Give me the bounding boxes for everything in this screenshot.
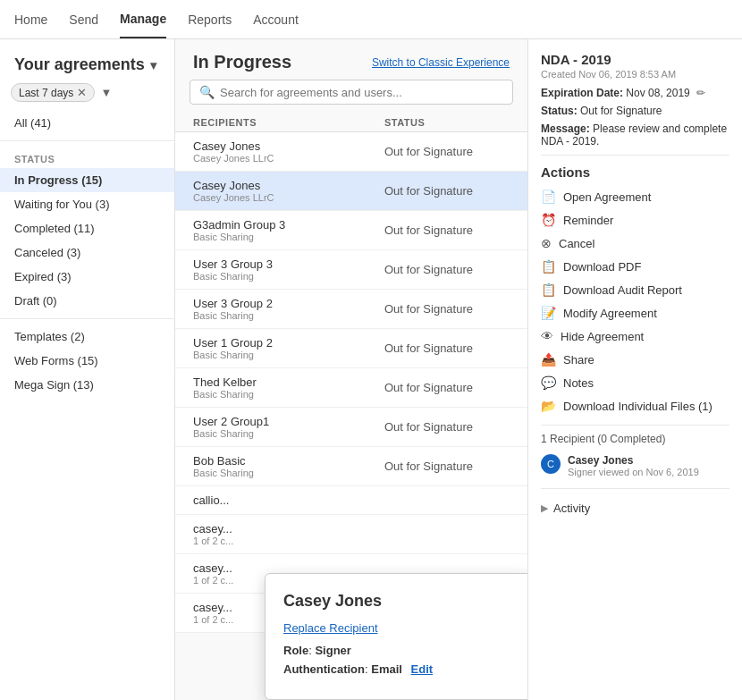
role-label: Role: [283, 644, 308, 657]
action-open-agreement[interactable]: 📄 Open Agreement: [541, 185, 729, 208]
status-text: Out for Signature: [384, 145, 510, 158]
action-reminder[interactable]: ⏰ Reminder: [541, 208, 729, 232]
table-row[interactable]: callio...: [175, 486, 527, 515]
table-row[interactable]: User 1 Group 2 Basic Sharing Out for Sig…: [175, 329, 527, 368]
files-icon: 📂: [541, 399, 556, 413]
status-field: Status: Out for Signature: [541, 105, 729, 117]
status-section-label: STATUS: [0, 147, 174, 168]
recipient-name: casey...: [193, 522, 510, 536]
audit-icon: 📋: [541, 283, 556, 297]
share-icon: 📤: [541, 352, 556, 367]
recipient-detail-sub: Signer viewed on Nov 6, 2019: [568, 467, 699, 477]
table-row[interactable]: G3admin Group 3 Basic Sharing Out for Si…: [175, 211, 527, 250]
table-row[interactable]: User 2 Group1 Basic Sharing Out for Sign…: [175, 408, 527, 447]
modify-icon: 📝: [541, 306, 556, 320]
message-field: Message: Please review and complete NDA …: [541, 122, 729, 148]
recipient-org: Basic Sharing: [193, 350, 384, 360]
sidebar-completed[interactable]: Completed (11): [0, 216, 174, 240]
recipient-info: User 1 Group 2 Basic Sharing: [193, 336, 384, 360]
recipient-org: Basic Sharing: [193, 310, 384, 321]
sidebar-waiting[interactable]: Waiting for You (3): [0, 192, 174, 216]
close-icon[interactable]: ✕: [77, 86, 87, 99]
action-label: Share: [563, 353, 594, 367]
activity-label: Activity: [553, 502, 590, 515]
action-download-audit[interactable]: 📋 Download Audit Report: [541, 278, 729, 301]
recipient-org: Basic Sharing: [193, 232, 384, 242]
table-row[interactable]: casey... 1 of 2 c...: [175, 515, 527, 554]
status-value: Out for Signature: [580, 105, 662, 117]
action-download-pdf[interactable]: 📋 Download PDF: [541, 255, 729, 278]
nav-home[interactable]: Home: [14, 2, 47, 38]
action-share[interactable]: 📤 Share: [541, 348, 729, 371]
status-label: Status:: [541, 105, 578, 117]
chevron-down-icon[interactable]: ▾: [150, 58, 156, 72]
recipient-name: User 1 Group 2: [193, 336, 384, 350]
status-text: Out for Signature: [384, 223, 510, 237]
table-row[interactable]: Casey Jones Casey Jones LLrC Out for Sig…: [175, 172, 527, 211]
recipient-org: Basic Sharing: [193, 389, 384, 400]
recipient-card: C Casey Jones Signer viewed on Nov 6, 20…: [541, 451, 729, 481]
recipient-org: Casey Jones LLrC: [193, 153, 384, 164]
recipient-detail-name: Casey Jones: [568, 454, 699, 467]
sidebar-canceled[interactable]: Canceled (3): [0, 240, 174, 265]
status-text: Out for Signature: [384, 381, 510, 394]
recipient-info: casey... 1 of 2 c...: [193, 522, 510, 546]
filter-chip[interactable]: Last 7 days ✕: [11, 83, 95, 102]
table-row[interactable]: User 3 Group 2 Basic Sharing Out for Sig…: [175, 290, 527, 329]
nav-send[interactable]: Send: [69, 2, 98, 38]
action-label: Reminder: [563, 214, 613, 227]
recipient-name: Bob Basic: [193, 454, 384, 468]
sidebar-in-progress[interactable]: In Progress (15): [0, 168, 174, 192]
action-download-files[interactable]: 📂 Download Individual Files (1): [541, 394, 729, 417]
auth-value: Email: [371, 662, 402, 676]
filter-icon[interactable]: ▼: [100, 86, 112, 99]
status-text: Out for Signature: [384, 420, 510, 434]
action-notes[interactable]: 💬 Notes: [541, 371, 729, 394]
nav-reports[interactable]: Reports: [188, 2, 232, 38]
expiration-value: Nov 08, 2019: [626, 87, 689, 99]
action-label: Hide Agreement: [561, 330, 644, 343]
replace-recipient-link[interactable]: Replace Recipient: [283, 621, 514, 635]
recipient-name: callio...: [193, 493, 510, 507]
recipient-info: User 3 Group 3 Basic Sharing: [193, 257, 384, 282]
sidebar-templates[interactable]: Templates (2): [0, 325, 174, 349]
action-cancel[interactable]: ⊗ Cancel: [541, 232, 729, 255]
activity-row[interactable]: ▶ Activity: [541, 496, 729, 520]
edit-auth-link[interactable]: Edit: [411, 662, 434, 676]
recipient-name: User 3 Group 3: [193, 257, 384, 271]
message-label: Message:: [541, 122, 590, 135]
nav-account[interactable]: Account: [253, 2, 299, 38]
table-row[interactable]: Bob Basic Basic Sharing Out for Signatur…: [175, 447, 527, 486]
table-row[interactable]: User 3 Group 3 Basic Sharing Out for Sig…: [175, 250, 527, 290]
recipient-name: Casey Jones: [193, 139, 384, 153]
notes-icon: 💬: [541, 375, 556, 390]
recipient-org: Basic Sharing: [193, 271, 384, 282]
alarm-icon: ⏰: [541, 213, 556, 227]
sidebar-webforms[interactable]: Web Forms (15): [0, 349, 174, 373]
filter-bar: Last 7 days ✕ ▼: [0, 83, 174, 111]
search-input[interactable]: [220, 86, 503, 99]
action-hide[interactable]: 👁 Hide Agreement: [541, 325, 729, 348]
sidebar-megasign[interactable]: Mega Sign (13): [0, 373, 174, 397]
popup-role: Role: Signer: [283, 644, 514, 657]
action-label: Modify Agreement: [563, 307, 657, 320]
table-row[interactable]: Casey Jones Casey Jones LLrC Out for Sig…: [175, 132, 527, 172]
sidebar-draft[interactable]: Draft (0): [0, 289, 174, 313]
main-layout: Your agreements ▾ Last 7 days ✕ ▼ All (4…: [0, 39, 742, 700]
center-header: In Progress Switch to Classic Experience: [175, 39, 527, 80]
recipient-info: Casey Jones Casey Jones LLrC: [193, 139, 384, 164]
nav-manage[interactable]: Manage: [120, 1, 166, 38]
recipient-name: Thed Kelber: [193, 375, 384, 389]
recipient-details: Casey Jones Signer viewed on Nov 6, 2019: [568, 454, 699, 477]
sidebar-expired[interactable]: Expired (3): [0, 265, 174, 289]
switch-classic-link[interactable]: Switch to Classic Experience: [372, 56, 510, 69]
edit-expiration-icon[interactable]: ✏: [696, 87, 705, 99]
document-icon: 📄: [541, 190, 556, 204]
chevron-right-icon: ▶: [541, 502, 548, 514]
table-row[interactable]: Thed Kelber Basic Sharing Out for Signat…: [175, 368, 527, 408]
sidebar-all[interactable]: All (41): [0, 111, 174, 135]
expiration-field: Expiration Date: Nov 08, 2019 ✏: [541, 87, 729, 99]
agreement-created: Created Nov 06, 2019 8:53 AM: [541, 69, 729, 80]
action-modify[interactable]: 📝 Modify Agreement: [541, 301, 729, 325]
center-panel: In Progress Switch to Classic Experience…: [175, 39, 527, 700]
